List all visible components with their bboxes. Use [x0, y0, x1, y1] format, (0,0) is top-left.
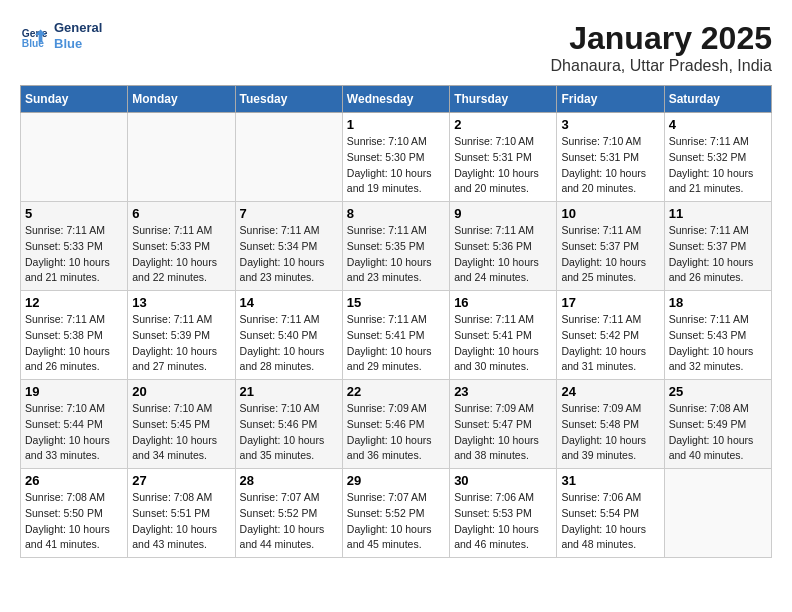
day-number: 13	[132, 295, 230, 310]
day-number: 30	[454, 473, 552, 488]
day-number: 22	[347, 384, 445, 399]
calendar-cell: 13Sunrise: 7:11 AMSunset: 5:39 PMDayligh…	[128, 291, 235, 380]
calendar-cell: 15Sunrise: 7:11 AMSunset: 5:41 PMDayligh…	[342, 291, 449, 380]
calendar-cell: 24Sunrise: 7:09 AMSunset: 5:48 PMDayligh…	[557, 380, 664, 469]
header-sunday: Sunday	[21, 86, 128, 113]
day-info: Sunrise: 7:11 AMSunset: 5:33 PMDaylight:…	[25, 223, 123, 286]
calendar-cell	[235, 113, 342, 202]
header-thursday: Thursday	[450, 86, 557, 113]
day-number: 24	[561, 384, 659, 399]
day-number: 5	[25, 206, 123, 221]
calendar-cell: 14Sunrise: 7:11 AMSunset: 5:40 PMDayligh…	[235, 291, 342, 380]
day-number: 3	[561, 117, 659, 132]
calendar-cell: 18Sunrise: 7:11 AMSunset: 5:43 PMDayligh…	[664, 291, 771, 380]
day-number: 12	[25, 295, 123, 310]
day-info: Sunrise: 7:11 AMSunset: 5:37 PMDaylight:…	[561, 223, 659, 286]
calendar-cell: 25Sunrise: 7:08 AMSunset: 5:49 PMDayligh…	[664, 380, 771, 469]
day-number: 18	[669, 295, 767, 310]
day-info: Sunrise: 7:10 AMSunset: 5:31 PMDaylight:…	[561, 134, 659, 197]
calendar-cell	[128, 113, 235, 202]
header-friday: Friday	[557, 86, 664, 113]
calendar-cell: 31Sunrise: 7:06 AMSunset: 5:54 PMDayligh…	[557, 469, 664, 558]
day-info: Sunrise: 7:11 AMSunset: 5:40 PMDaylight:…	[240, 312, 338, 375]
day-info: Sunrise: 7:11 AMSunset: 5:35 PMDaylight:…	[347, 223, 445, 286]
day-number: 17	[561, 295, 659, 310]
day-number: 16	[454, 295, 552, 310]
day-info: Sunrise: 7:08 AMSunset: 5:51 PMDaylight:…	[132, 490, 230, 553]
calendar-subtitle: Dhanaura, Uttar Pradesh, India	[551, 57, 772, 75]
week-row-1: 1Sunrise: 7:10 AMSunset: 5:30 PMDaylight…	[21, 113, 772, 202]
calendar-cell: 12Sunrise: 7:11 AMSunset: 5:38 PMDayligh…	[21, 291, 128, 380]
day-number: 26	[25, 473, 123, 488]
calendar-cell: 16Sunrise: 7:11 AMSunset: 5:41 PMDayligh…	[450, 291, 557, 380]
day-info: Sunrise: 7:08 AMSunset: 5:49 PMDaylight:…	[669, 401, 767, 464]
day-number: 27	[132, 473, 230, 488]
calendar-cell: 23Sunrise: 7:09 AMSunset: 5:47 PMDayligh…	[450, 380, 557, 469]
logo: General Blue General Blue	[20, 20, 102, 51]
calendar-cell	[664, 469, 771, 558]
calendar-cell: 5Sunrise: 7:11 AMSunset: 5:33 PMDaylight…	[21, 202, 128, 291]
day-number: 10	[561, 206, 659, 221]
calendar-title: January 2025	[551, 20, 772, 57]
day-info: Sunrise: 7:09 AMSunset: 5:46 PMDaylight:…	[347, 401, 445, 464]
day-number: 7	[240, 206, 338, 221]
day-info: Sunrise: 7:10 AMSunset: 5:31 PMDaylight:…	[454, 134, 552, 197]
day-number: 29	[347, 473, 445, 488]
day-info: Sunrise: 7:10 AMSunset: 5:46 PMDaylight:…	[240, 401, 338, 464]
logo-icon: General Blue	[20, 22, 48, 50]
day-info: Sunrise: 7:10 AMSunset: 5:44 PMDaylight:…	[25, 401, 123, 464]
calendar-cell: 28Sunrise: 7:07 AMSunset: 5:52 PMDayligh…	[235, 469, 342, 558]
day-info: Sunrise: 7:11 AMSunset: 5:38 PMDaylight:…	[25, 312, 123, 375]
calendar-cell: 27Sunrise: 7:08 AMSunset: 5:51 PMDayligh…	[128, 469, 235, 558]
page-header: General Blue General Blue January 2025 D…	[20, 20, 772, 75]
day-info: Sunrise: 7:09 AMSunset: 5:47 PMDaylight:…	[454, 401, 552, 464]
day-number: 2	[454, 117, 552, 132]
day-number: 19	[25, 384, 123, 399]
calendar-cell: 26Sunrise: 7:08 AMSunset: 5:50 PMDayligh…	[21, 469, 128, 558]
header-saturday: Saturday	[664, 86, 771, 113]
week-row-3: 12Sunrise: 7:11 AMSunset: 5:38 PMDayligh…	[21, 291, 772, 380]
header-wednesday: Wednesday	[342, 86, 449, 113]
day-number: 21	[240, 384, 338, 399]
calendar-cell: 7Sunrise: 7:11 AMSunset: 5:34 PMDaylight…	[235, 202, 342, 291]
day-number: 15	[347, 295, 445, 310]
day-info: Sunrise: 7:10 AMSunset: 5:30 PMDaylight:…	[347, 134, 445, 197]
header-monday: Monday	[128, 86, 235, 113]
calendar-cell: 3Sunrise: 7:10 AMSunset: 5:31 PMDaylight…	[557, 113, 664, 202]
calendar-cell: 20Sunrise: 7:10 AMSunset: 5:45 PMDayligh…	[128, 380, 235, 469]
day-info: Sunrise: 7:09 AMSunset: 5:48 PMDaylight:…	[561, 401, 659, 464]
calendar-cell: 10Sunrise: 7:11 AMSunset: 5:37 PMDayligh…	[557, 202, 664, 291]
day-info: Sunrise: 7:11 AMSunset: 5:37 PMDaylight:…	[669, 223, 767, 286]
calendar-cell: 8Sunrise: 7:11 AMSunset: 5:35 PMDaylight…	[342, 202, 449, 291]
calendar-cell: 9Sunrise: 7:11 AMSunset: 5:36 PMDaylight…	[450, 202, 557, 291]
day-info: Sunrise: 7:07 AMSunset: 5:52 PMDaylight:…	[240, 490, 338, 553]
day-number: 20	[132, 384, 230, 399]
calendar-cell: 2Sunrise: 7:10 AMSunset: 5:31 PMDaylight…	[450, 113, 557, 202]
calendar-cell: 19Sunrise: 7:10 AMSunset: 5:44 PMDayligh…	[21, 380, 128, 469]
day-info: Sunrise: 7:08 AMSunset: 5:50 PMDaylight:…	[25, 490, 123, 553]
day-info: Sunrise: 7:06 AMSunset: 5:53 PMDaylight:…	[454, 490, 552, 553]
day-number: 6	[132, 206, 230, 221]
day-number: 1	[347, 117, 445, 132]
calendar-cell: 22Sunrise: 7:09 AMSunset: 5:46 PMDayligh…	[342, 380, 449, 469]
logo-line1: General	[54, 20, 102, 36]
day-number: 23	[454, 384, 552, 399]
day-number: 4	[669, 117, 767, 132]
day-number: 8	[347, 206, 445, 221]
header-row: SundayMondayTuesdayWednesdayThursdayFrid…	[21, 86, 772, 113]
calendar-table: SundayMondayTuesdayWednesdayThursdayFrid…	[20, 85, 772, 558]
calendar-cell: 4Sunrise: 7:11 AMSunset: 5:32 PMDaylight…	[664, 113, 771, 202]
calendar-cell	[21, 113, 128, 202]
calendar-cell: 30Sunrise: 7:06 AMSunset: 5:53 PMDayligh…	[450, 469, 557, 558]
day-info: Sunrise: 7:11 AMSunset: 5:41 PMDaylight:…	[454, 312, 552, 375]
day-number: 9	[454, 206, 552, 221]
calendar-cell: 11Sunrise: 7:11 AMSunset: 5:37 PMDayligh…	[664, 202, 771, 291]
day-number: 25	[669, 384, 767, 399]
day-info: Sunrise: 7:11 AMSunset: 5:36 PMDaylight:…	[454, 223, 552, 286]
calendar-cell: 29Sunrise: 7:07 AMSunset: 5:52 PMDayligh…	[342, 469, 449, 558]
day-number: 11	[669, 206, 767, 221]
title-block: January 2025 Dhanaura, Uttar Pradesh, In…	[551, 20, 772, 75]
day-number: 28	[240, 473, 338, 488]
day-info: Sunrise: 7:07 AMSunset: 5:52 PMDaylight:…	[347, 490, 445, 553]
calendar-cell: 21Sunrise: 7:10 AMSunset: 5:46 PMDayligh…	[235, 380, 342, 469]
